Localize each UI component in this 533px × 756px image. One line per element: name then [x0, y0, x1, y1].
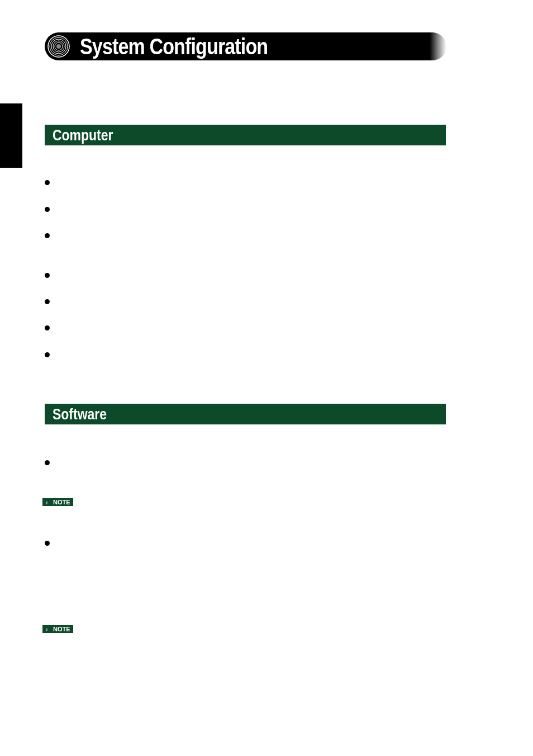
section-heading-software: Software: [45, 404, 446, 424]
page-title-banner: System Configuration: [45, 32, 444, 60]
bullet-icon: [45, 352, 50, 357]
page-title: System Configuration: [80, 34, 268, 59]
note-badge: ♪ NOTE: [42, 498, 73, 506]
bullet-icon: [45, 299, 50, 304]
bullet-icon: [45, 180, 50, 185]
bullet-icon: [45, 541, 50, 546]
svg-point-5: [56, 44, 61, 49]
bullet-icon: [45, 460, 50, 465]
note-badge: ♪ NOTE: [42, 625, 73, 633]
side-tab: [0, 103, 22, 168]
note-label: NOTE: [53, 499, 70, 505]
music-note-icon: ♪: [45, 626, 51, 632]
section-heading-computer: Computer: [45, 125, 446, 145]
bullet-icon: [45, 273, 50, 278]
note-label: NOTE: [53, 626, 70, 632]
bullet-icon: [45, 233, 50, 238]
section-heading-text: Computer: [53, 126, 113, 144]
bullet-icon: [45, 325, 50, 330]
bullet-icon: [45, 207, 50, 212]
music-note-icon: ♪: [45, 499, 51, 505]
section-heading-text: Software: [53, 405, 107, 423]
concentric-circles-icon: [47, 35, 70, 58]
